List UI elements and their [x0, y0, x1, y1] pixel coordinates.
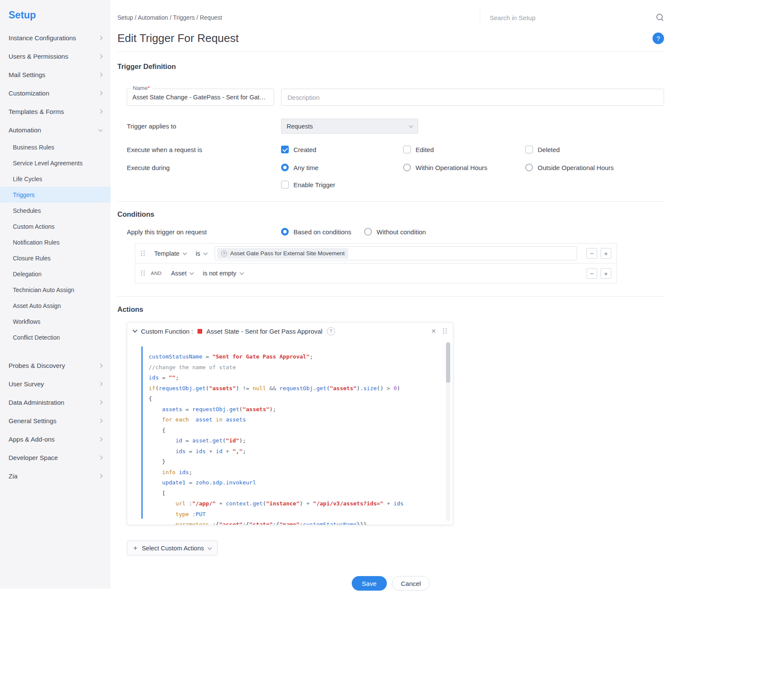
sidebar-item-conflict-detection[interactable]: Conflict Detection [0, 329, 111, 345]
save-button[interactable]: Save [352, 576, 387, 591]
without-condition-radio[interactable] [364, 228, 372, 236]
conditions-section: Conditions Apply this trigger on request… [117, 201, 664, 284]
within-hours-radio[interactable] [403, 164, 411, 171]
radio-option-without-condition[interactable]: Without condition [364, 228, 426, 236]
condition-row-1: Template is ✕ Asset Gate Pass for Extern… [135, 243, 617, 263]
sidebar-item-mail-settings[interactable]: Mail Settings [0, 66, 111, 84]
condition-joiner[interactable]: AND [151, 271, 162, 276]
radio-option-outside-operational-hours[interactable]: Outside Operational Hours [525, 164, 647, 171]
sidebar-item-automation[interactable]: Automation [0, 121, 111, 139]
sidebar-item-notification-rules[interactable]: Notification Rules [0, 234, 111, 250]
drag-handle-icon[interactable] [443, 328, 447, 334]
sidebar-item-technician-auto-assign[interactable]: Technician Auto Assign [0, 282, 111, 298]
any-time-radio[interactable] [281, 164, 289, 171]
sidebar-item-label: Templates & Forms [9, 108, 64, 115]
trigger-definition-heading: Trigger Definition [117, 63, 664, 71]
sidebar-item-business-rules[interactable]: Business Rules [0, 139, 111, 155]
sidebar-item-schedules[interactable]: Schedules [0, 203, 111, 218]
code-scrollbar[interactable] [446, 342, 450, 521]
collapse-chevron-icon[interactable] [132, 328, 137, 332]
breadcrumb[interactable]: Setup / Automation / Triggers / Request [117, 14, 222, 21]
based-on-conditions-radio[interactable] [281, 228, 289, 236]
condition-field-select[interactable]: Template [154, 250, 186, 257]
close-icon[interactable]: ✕ [431, 328, 436, 335]
radio-option-any-time[interactable]: Any time [281, 164, 403, 171]
option-label: Outside Operational Hours [538, 164, 614, 171]
code-accent-bar [141, 346, 143, 519]
apply-trigger-row: Apply this trigger on request Based on c… [127, 228, 664, 236]
condition-field-select[interactable]: Asset [171, 270, 193, 277]
sub-item-label: Conflict Detection [13, 334, 60, 341]
search-icon[interactable] [656, 14, 664, 21]
deleted-checkbox[interactable] [525, 146, 533, 153]
add-condition-button[interactable]: + [601, 268, 611, 279]
sidebar-item-developer-space[interactable]: Developer Space [0, 448, 111, 467]
created-checkbox[interactable] [281, 146, 289, 153]
chevron-right-icon [99, 91, 103, 96]
sidebar-item-general-settings[interactable]: General Settings [0, 412, 111, 430]
name-label: Name* [131, 85, 152, 91]
sidebar-item-closure-rules[interactable]: Closure Rules [0, 250, 111, 266]
help-button[interactable]: ? [652, 33, 664, 44]
enable-trigger-checkbox[interactable] [281, 181, 289, 188]
sidebar-item-label: Customization [9, 90, 49, 97]
description-input[interactable] [281, 89, 664, 106]
condition-field-value: Asset [171, 270, 186, 277]
radio-option-based-on-conditions[interactable]: Based on conditions [281, 228, 351, 236]
trigger-name-input[interactable] [127, 89, 274, 106]
drag-handle-icon[interactable] [141, 270, 145, 276]
sidebar-item-apps-addons[interactable]: Apps & Add-ons [0, 430, 111, 448]
sidebar-item-data-administration[interactable]: Data Administration [0, 393, 111, 412]
sidebar-item-service-level-agreements[interactable]: Service Level Agreements [0, 155, 111, 171]
title-row: Edit Trigger For Request ? [117, 32, 664, 45]
radio-option-within-operational-hours[interactable]: Within Operational Hours [403, 164, 525, 171]
sidebar-item-custom-actions[interactable]: Custom Actions [0, 218, 111, 234]
sidebar-item-probes-discovery[interactable]: Probes & Discovery [0, 356, 111, 375]
sub-item-label: Service Level Agreements [13, 160, 83, 167]
checkbox-option-edited[interactable]: Edited [403, 146, 525, 153]
sidebar-item-label: Automation [9, 126, 41, 134]
sidebar-item-templates-forms[interactable]: Templates & Forms [0, 102, 111, 121]
main-content: Setup / Automation / Triggers / Request … [111, 0, 784, 608]
outside-hours-radio[interactable] [525, 164, 533, 171]
condition-operator-select[interactable]: is [196, 250, 207, 257]
sidebar-item-life-cycles[interactable]: Life Cycles [0, 171, 111, 187]
sidebar-item-delegation[interactable]: Delegation [0, 266, 111, 282]
enable-trigger-row: Enable Trigger [127, 181, 664, 188]
sidebar-item-customization[interactable]: Customization [0, 84, 111, 102]
applies-select[interactable]: Requests [281, 119, 418, 134]
chip-remove-icon[interactable]: ✕ [221, 251, 227, 257]
select-custom-actions-button[interactable]: + Select Custom Actions [127, 541, 218, 556]
code-editor[interactable]: customStatusName = "Sent for Gate Pass A… [127, 340, 453, 525]
scrollbar-thumb[interactable] [446, 342, 450, 383]
chevron-right-icon [99, 400, 103, 405]
chevron-right-icon [99, 36, 103, 40]
checkbox-option-enable-trigger[interactable]: Enable Trigger [281, 181, 403, 188]
condition-value-input[interactable]: ✕ Asset Gate Pass for External Site Move… [215, 246, 577, 260]
sidebar-item-instance-configurations[interactable]: Instance Configurations [0, 29, 111, 47]
cancel-button[interactable]: Cancel [392, 576, 430, 591]
sidebar-item-workflows[interactable]: Workflows [0, 314, 111, 329]
add-condition-button[interactable]: + [601, 248, 611, 259]
sidebar-item-asset-auto-assign[interactable]: Asset Auto Assign [0, 298, 111, 314]
drag-handle-icon[interactable] [141, 251, 145, 257]
search-input[interactable] [490, 14, 656, 21]
sidebar-item-users-permissions[interactable]: Users & Permissions [0, 47, 111, 66]
top-bar: Setup / Automation / Triggers / Request [117, 0, 664, 26]
remove-condition-button[interactable]: − [587, 248, 597, 259]
execute-when-label: Execute when a request is [127, 146, 281, 153]
checkbox-option-deleted[interactable]: Deleted [525, 146, 647, 153]
conditions-heading: Conditions [117, 210, 664, 218]
checkbox-option-created[interactable]: Created [281, 146, 403, 153]
execute-during-row: Execute during Any time Within Operation… [127, 164, 664, 171]
sidebar-item-user-survey[interactable]: User Survey [0, 375, 111, 393]
edited-checkbox[interactable] [403, 146, 411, 153]
remove-condition-button[interactable]: − [587, 268, 597, 279]
form-footer: Save Cancel [117, 576, 664, 591]
actions-heading: Actions [117, 305, 664, 314]
card-controls: ✕ [431, 328, 447, 335]
function-help-icon[interactable]: ? [327, 327, 335, 335]
condition-operator-select[interactable]: is not empty [203, 270, 243, 277]
sidebar-item-triggers[interactable]: Triggers [0, 187, 111, 203]
sidebar-item-zia[interactable]: Zia [0, 467, 111, 485]
